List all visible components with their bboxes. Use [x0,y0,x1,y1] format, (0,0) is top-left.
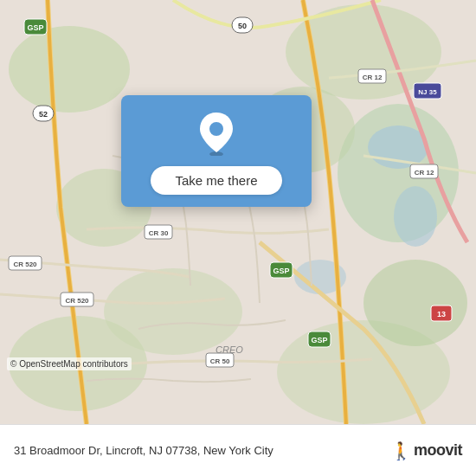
svg-text:CR 12: CR 12 [415,169,434,177]
svg-text:CR 520: CR 520 [13,261,37,268]
svg-text:NJ 35: NJ 35 [418,88,437,96]
svg-text:GSP: GSP [311,336,327,344]
svg-text:CR 30: CR 30 [149,229,169,237]
svg-point-41 [209,122,223,136]
svg-text:CR 520: CR 520 [65,297,89,305]
svg-text:CR 12: CR 12 [363,74,383,81]
popup-card: Take me there [121,95,312,207]
svg-text:CREO: CREO [215,344,243,355]
svg-text:CR 50: CR 50 [210,357,230,365]
address-text: 31 Broadmoor Dr, Lincroft, NJ 07738, New… [14,444,390,457]
svg-point-9 [363,260,467,346]
location-pin-icon [197,111,235,156]
moovit-logo: 🚶 moovit [390,441,462,461]
take-me-there-button[interactable]: Take me there [151,166,281,195]
svg-point-1 [9,26,130,113]
osm-attribution-text: © OpenStreetMap contributors [10,359,128,369]
map-container: GSP 50 52 NJ 35 CR 12 CR 12 CR 30 CR 520… [0,0,476,424]
svg-text:50: 50 [238,22,247,30]
svg-point-10 [368,125,428,169]
svg-text:13: 13 [437,310,446,318]
svg-text:52: 52 [39,110,48,119]
osm-attribution: © OpenStreetMap contributors [7,357,132,370]
moovit-person-icon: 🚶 [390,441,412,461]
svg-text:GSP: GSP [27,23,43,32]
svg-point-11 [394,186,437,247]
bottom-bar: 31 Broadmoor Dr, Lincroft, NJ 07738, New… [0,424,476,476]
svg-text:GSP: GSP [273,267,289,275]
moovit-brand-text: moovit [414,441,462,460]
